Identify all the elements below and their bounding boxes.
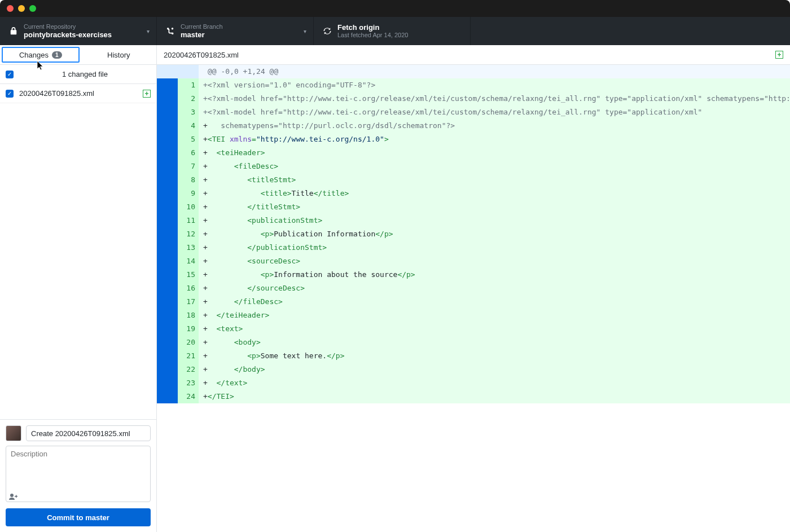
chevron-down-icon: ▾ — [304, 28, 306, 34]
fetch-origin-button[interactable]: Fetch origin Last fetched Apr 14, 2020 — [314, 17, 471, 45]
changes-count-badge: 1 — [52, 51, 62, 59]
diff-content[interactable]: @@ -0,0 +1,24 @@1+<?xml version="1.0" en… — [157, 65, 790, 532]
select-all-checkbox[interactable]: ✓ — [6, 71, 14, 78]
minimize-window-button[interactable] — [18, 5, 25, 12]
fetch-label: Fetch origin — [337, 23, 408, 32]
lock-icon — [9, 27, 18, 36]
diff-line[interactable]: 20+ <body> — [157, 336, 790, 349]
window-titlebar — [0, 0, 790, 17]
diff-line[interactable]: 9+ <title>Title</title> — [157, 187, 790, 200]
file-row[interactable]: ✓20200426T091825.xml+ — [0, 84, 156, 103]
diff-line[interactable]: 13+ </publicationStmt> — [157, 241, 790, 254]
toolbar: Current Repository pointybrackets-exerci… — [0, 17, 790, 45]
diff-line[interactable]: 16+ </sourceDesc> — [157, 282, 790, 295]
git-branch-icon — [166, 27, 175, 36]
file-list-header: ✓ 1 changed file — [0, 65, 156, 84]
diff-line[interactable]: 17+ </fileDesc> — [157, 295, 790, 309]
diff-line[interactable]: 24+</TEI> — [157, 390, 790, 403]
diff-line[interactable]: 23+ </text> — [157, 376, 790, 390]
diff-line[interactable]: 4+ schematypens="http://purl.oclc.org/ds… — [157, 119, 790, 133]
repository-label: Current Repository — [24, 23, 112, 30]
diff-line[interactable]: 6+ <teiHeader> — [157, 146, 790, 160]
diff-line[interactable]: 7+ <fileDesc> — [157, 160, 790, 173]
diff-line[interactable]: 14+ <sourceDesc> — [157, 254, 790, 268]
sync-icon — [323, 27, 332, 36]
diff-panel: 20200426T091825.xml + @@ -0,0 +1,24 @@1+… — [157, 45, 790, 532]
tab-changes[interactable]: Changes 1 — [2, 47, 80, 63]
commit-button-prefix: Commit to — [47, 513, 85, 522]
diff-line[interactable]: 15+ <p>Information about the source</p> — [157, 268, 790, 282]
hunk-header: @@ -0,0 +1,24 @@ — [157, 65, 790, 78]
file-added-icon: + — [143, 90, 151, 98]
tab-history[interactable]: History — [81, 45, 157, 64]
tab-history-label: History — [107, 51, 130, 59]
repository-name: pointybrackets-exercises — [24, 30, 112, 39]
diff-line[interactable]: 19+ <text> — [157, 322, 790, 336]
repository-selector[interactable]: Current Repository pointybrackets-exerci… — [0, 17, 157, 45]
branch-label: Current Branch — [181, 23, 223, 30]
maximize-window-button[interactable] — [29, 5, 36, 12]
add-coauthors-icon[interactable] — [9, 493, 18, 502]
diff-line[interactable]: 3+<?xml-model href="http://www.tei-c.org… — [157, 105, 790, 119]
commit-description-input[interactable] — [6, 446, 151, 502]
diff-line[interactable]: 18+ </teiHeader> — [157, 309, 790, 322]
chevron-down-icon: ▾ — [147, 28, 150, 34]
diff-line[interactable]: 11+ <publicationStmt> — [157, 214, 790, 227]
branch-name: master — [181, 30, 223, 39]
diff-line[interactable]: 1+<?xml version="1.0" encoding="UTF-8"?> — [157, 78, 790, 92]
diff-line[interactable]: 12+ <p>Publication Information</p> — [157, 227, 790, 241]
file-name: 20200426T091825.xml — [19, 89, 137, 98]
changed-file-count: 1 changed file — [19, 70, 151, 78]
svg-point-0 — [10, 494, 14, 497]
diff-line[interactable]: 5+<TEI xmlns="http://www.tei-c.org/ns/1.… — [157, 133, 790, 146]
sidebar: Changes 1 History ✓ 1 changed file ✓2020… — [0, 45, 157, 532]
branch-selector[interactable]: Current Branch master ▾ — [157, 17, 314, 45]
diff-line[interactable]: 10+ </titleStmt> — [157, 200, 790, 214]
diff-line[interactable]: 8+ <titleStmt> — [157, 173, 790, 187]
avatar[interactable] — [6, 425, 21, 441]
diff-filename: 20200426T091825.xml — [164, 51, 775, 59]
fetch-status: Last fetched Apr 14, 2020 — [337, 32, 408, 39]
file-added-icon: + — [775, 51, 783, 59]
close-window-button[interactable] — [7, 5, 14, 12]
file-checkbox[interactable]: ✓ — [6, 90, 14, 98]
commit-summary-input[interactable] — [26, 425, 151, 441]
diff-line[interactable]: 22+ </body> — [157, 363, 790, 376]
commit-button[interactable]: Commit to master — [6, 508, 151, 526]
diff-line[interactable]: 21+ <p>Some text here.</p> — [157, 349, 790, 363]
commit-button-branch: master — [85, 513, 109, 522]
tab-changes-label: Changes — [19, 51, 49, 59]
diff-line[interactable]: 2+<?xml-model href="http://www.tei-c.org… — [157, 92, 790, 105]
commit-form: Commit to master — [0, 419, 156, 532]
